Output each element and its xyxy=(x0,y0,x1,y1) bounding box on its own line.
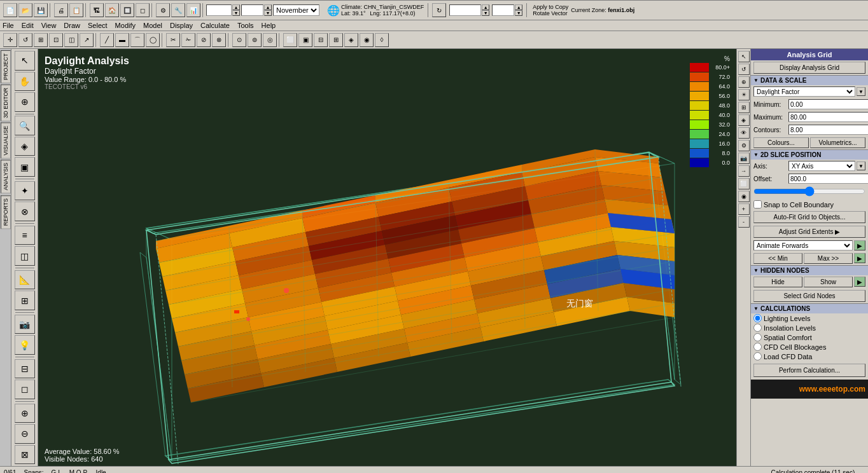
layer-tool[interactable]: ≡ xyxy=(15,226,35,245)
val1-up[interactable]: ▲ xyxy=(482,4,489,10)
day-down[interactable]: ▼ xyxy=(264,10,272,16)
zoom-in-tool[interactable]: ⊕ xyxy=(15,404,35,423)
camera-tool[interactable]: 📷 xyxy=(15,315,35,334)
reports-tab[interactable]: REPORTS xyxy=(1,195,11,229)
orbit-icon[interactable]: ⊕ xyxy=(738,76,750,88)
link2-tool[interactable]: ⊚ xyxy=(248,33,262,47)
print2-btn[interactable]: 📋 xyxy=(69,3,83,17)
menu-calculate[interactable]: Calculate xyxy=(200,22,230,29)
data-type-lock[interactable]: ▼ xyxy=(857,87,865,96)
val1-down[interactable]: ▼ xyxy=(482,10,489,16)
menu-select[interactable]: Select xyxy=(88,22,108,29)
hide-btn[interactable]: Hide xyxy=(753,277,802,287)
zoom-out-tool[interactable]: ⊖ xyxy=(15,424,35,444)
grid-r-icon[interactable]: ⊞ xyxy=(738,102,750,113)
minus-r-icon[interactable]: - xyxy=(738,216,750,228)
fit-tool[interactable]: ⊠ xyxy=(15,445,35,465)
light-tool[interactable]: 💡 xyxy=(15,335,35,355)
menu-model[interactable]: Model xyxy=(143,22,162,29)
menu-edit[interactable]: Edit xyxy=(22,22,34,29)
axis-lock[interactable]: ▼ xyxy=(857,161,865,170)
line-tool[interactable]: ╱ xyxy=(100,33,114,47)
snap-checkbox[interactable] xyxy=(753,200,762,209)
offset-slider[interactable] xyxy=(753,186,865,196)
model4-btn[interactable]: ◻ xyxy=(136,3,150,17)
menu-view[interactable]: View xyxy=(41,22,57,29)
animate-select[interactable]: Animate Forwards xyxy=(753,240,853,250)
menu-tools[interactable]: Tools xyxy=(237,22,254,29)
rect-tool[interactable]: ▬ xyxy=(115,33,129,47)
face2-tool[interactable]: ▣ xyxy=(298,33,312,47)
calc-load-radio[interactable] xyxy=(753,352,762,360)
edit1-tool[interactable]: ✂ xyxy=(166,33,180,47)
analysis-tab[interactable]: ANALYSIS xyxy=(1,160,11,193)
time-up[interactable]: ▲ xyxy=(232,4,240,10)
camera-r-icon[interactable]: 📷 xyxy=(738,153,750,164)
settings-icon[interactable]: ⚙ xyxy=(738,140,750,151)
month-select[interactable]: November xyxy=(273,4,319,16)
time-down[interactable]: ▼ xyxy=(232,10,240,16)
face4-tool[interactable]: ⊞ xyxy=(329,33,343,47)
edit4-tool[interactable]: ⊗ xyxy=(212,33,226,47)
mirror-tool[interactable]: ◫ xyxy=(64,33,78,47)
minimum-input[interactable] xyxy=(788,99,868,109)
face1-tool[interactable]: ⬜ xyxy=(283,33,297,47)
model1-btn[interactable]: 🏗 xyxy=(90,3,104,17)
display-grid-btn[interactable]: Display Analysis Grid xyxy=(753,62,865,74)
link1-tool[interactable]: ⊙ xyxy=(232,33,246,47)
print-btn[interactable]: 🖨 xyxy=(54,3,68,17)
val2-down[interactable]: ▼ xyxy=(515,10,522,16)
grid-tool[interactable]: ⊟ xyxy=(15,359,35,379)
menu-modify[interactable]: Modify xyxy=(115,22,136,29)
contours-input[interactable] xyxy=(788,125,868,135)
visualise-tab[interactable]: VISUALISE xyxy=(1,123,11,159)
volumetrics-btn[interactable]: Volumetrics... xyxy=(810,137,865,148)
render-tool[interactable]: ▣ xyxy=(15,157,35,177)
save-btn[interactable]: 💾 xyxy=(34,3,48,17)
dot-r-icon[interactable]: ◉ xyxy=(738,191,750,202)
arrow-r-icon[interactable]: → xyxy=(738,165,750,177)
hidden-next-btn[interactable]: ▶ xyxy=(854,277,865,287)
project-tab[interactable]: PROJECT xyxy=(1,50,11,83)
cursor-icon[interactable]: ↖ xyxy=(738,51,750,62)
box-r-icon[interactable]: ⬜ xyxy=(738,178,750,189)
min-btn[interactable]: << Min xyxy=(753,253,802,264)
maximum-input[interactable] xyxy=(788,112,868,122)
cursor-tool[interactable]: ↖ xyxy=(15,51,35,71)
floor-tool[interactable]: ◻ xyxy=(15,380,35,399)
max-btn[interactable]: Max >> xyxy=(804,253,853,264)
sun-icon[interactable]: ☀ xyxy=(738,89,750,100)
viewport[interactable]: 无门窗 Daylight Analysis Daylight Factor Va… xyxy=(38,49,736,466)
node-tool[interactable]: ✦ xyxy=(15,181,35,201)
axis-select[interactable]: XY Axis xyxy=(788,161,855,171)
rotate-tool[interactable]: ↺ xyxy=(18,33,32,47)
circle-tool[interactable]: ◯ xyxy=(146,33,160,47)
value2-input[interactable]: 0.50 xyxy=(492,4,514,16)
menu-help[interactable]: Help xyxy=(262,22,276,29)
mat-tool[interactable]: ◫ xyxy=(15,246,35,266)
calc-lighting-radio[interactable] xyxy=(753,314,762,322)
snap-tool[interactable]: ⊗ xyxy=(15,202,35,221)
select-tool[interactable]: ✛ xyxy=(3,33,17,47)
value1-input[interactable]: 100.0 xyxy=(449,4,481,16)
face7-tool[interactable]: ◊ xyxy=(375,33,389,47)
model3-btn[interactable]: 🔲 xyxy=(120,3,134,17)
edit2-tool[interactable]: ✁ xyxy=(181,33,195,47)
pan-tool[interactable]: ✋ xyxy=(15,72,35,92)
dim-tool[interactable]: ⊞ xyxy=(15,291,35,310)
eye-icon[interactable]: 👁 xyxy=(738,127,750,139)
scale-tool[interactable]: ↗ xyxy=(80,33,94,47)
data-type-select[interactable]: Daylight Factor xyxy=(753,86,855,97)
orbit-tool[interactable]: ⊕ xyxy=(15,92,35,112)
select-nodes-btn[interactable]: Select Grid Nodes xyxy=(753,290,865,302)
editor-tab[interactable]: 3D EDITOR xyxy=(1,85,11,121)
perform-btn[interactable]: Perform Calculation... xyxy=(753,364,865,377)
model2-btn[interactable]: 🏠 xyxy=(105,3,119,17)
arc-tool[interactable]: ⌒ xyxy=(130,33,144,47)
colours-btn[interactable]: Colours... xyxy=(753,137,809,148)
face6-tool[interactable]: ◉ xyxy=(360,33,374,47)
menu-file[interactable]: File xyxy=(3,22,14,29)
day-input[interactable]: 24th xyxy=(241,4,263,16)
animate-play-btn[interactable]: ▶ xyxy=(854,240,865,250)
calc3-btn[interactable]: 📊 xyxy=(186,3,200,17)
